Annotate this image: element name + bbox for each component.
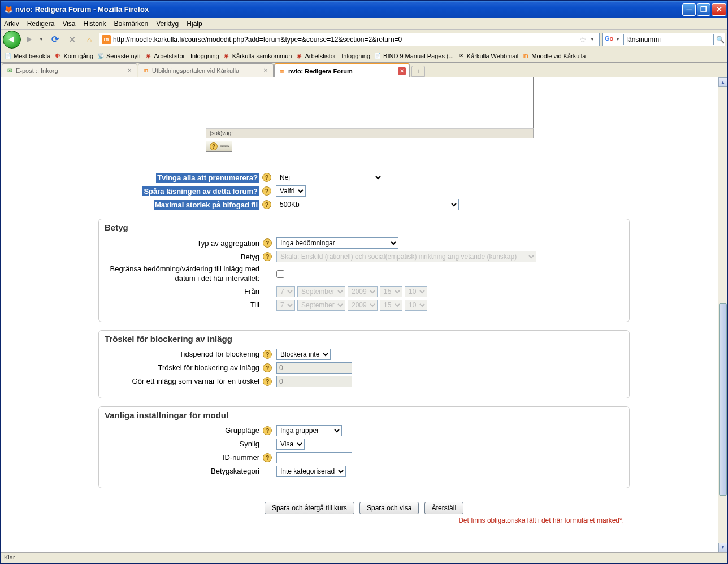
search-engine-dropdown-icon[interactable]: ▾ [617,37,619,42]
page-content: (sök)väg: ? ⌨⌨⌨ Tvinga alla att prenumer… [1,77,727,552]
scroll-up-icon[interactable]: ▲ [718,77,727,87]
tab-close-icon[interactable]: ✕ [398,67,406,75]
bookmark-webbmail[interactable]: ✉Kårkulla Webbmail [457,52,519,60]
help-icon[interactable]: ? [263,426,272,435]
bookmark-arbetslistor-1[interactable]: ◉Arbetslistor - Inloggning [144,52,219,60]
history-dropdown-icon[interactable]: ▼ [39,37,44,42]
track-select[interactable]: Valfri [276,185,306,197]
visible-select[interactable]: Visa [276,439,305,450]
help-icon[interactable]: ? [263,377,272,386]
id-label: ID-nummer [99,453,263,462]
tab-utbildning[interactable]: m Utbildningsportalen vid Kårkulla ✕ [138,63,274,77]
menu-arkiv[interactable]: AArkivrkiv [4,20,19,28]
editor-statusbar: (sök)väg: [206,128,534,138]
tab-epost[interactable]: ✉ E-post :: Inkorg ✕ [2,63,137,77]
firefox-icon: 🦊 [4,5,13,14]
aggtype-select[interactable]: Inga bedömningar [276,237,398,249]
home-button[interactable]: ⌂ [84,34,94,45]
to-label: Till [99,301,263,309]
help-icon[interactable]: ? [263,252,272,261]
from-hour-select: 15 [380,286,402,297]
back-button[interactable] [3,31,21,49]
moodle-icon: m [142,67,150,75]
from-label: Från [99,287,263,296]
forward-button[interactable] [23,33,36,46]
bookmark-star-icon[interactable]: ☆ [579,35,587,44]
reload-button[interactable]: ⟳ [50,34,60,45]
to-day-select: 7 [276,300,295,311]
scrollbar-thumb[interactable] [719,303,727,496]
from-year-select: 2009 [348,286,378,297]
richtext-editor[interactable] [206,77,534,128]
scroll-down-icon[interactable]: ▼ [718,543,727,552]
menu-bokmarken[interactable]: Bokmärken [114,20,149,28]
menu-verktyg[interactable]: Verktyg [156,20,179,28]
mail-icon: ✉ [6,67,14,75]
tab-close-icon[interactable]: ✕ [262,67,270,75]
help-icon[interactable]: ? [262,186,271,196]
url-text[interactable]: http://moodle.karkulla.fi/course/modedit… [113,36,577,44]
bookmark-senaste-nytt[interactable]: 📡Senaste nytt [97,52,141,60]
id-input[interactable] [276,452,352,463]
period-select[interactable]: Blockera inte [276,349,331,360]
grade-select: Skala: Enskild (rationell) och social(em… [276,251,536,262]
maxsize-label: Maximal storlek på bifogad fil [98,201,262,209]
editor-toggle-button[interactable]: ? ⌨⌨⌨ [206,141,232,152]
bookmark-kom-igang[interactable]: 🗣Kom igång [54,52,93,60]
visible-label: Synlig [99,440,263,448]
tab-close-icon[interactable]: ✕ [125,67,133,75]
bookmarks-toolbar: 📄Mest besökta 🗣Kom igång 📡Senaste nytt ◉… [1,49,727,63]
tab-nvio-active[interactable]: m nvio: Redigera Forum ✕ [274,63,410,77]
new-tab-button[interactable]: + [411,66,425,77]
save-show-button[interactable]: Spara och visa [359,502,419,514]
url-bar[interactable]: m http://moodle.karkulla.fi/course/moded… [99,33,600,46]
subscribe-label: Tvinga alla att prenumerera? [98,173,262,182]
bookmark-mest-besokta[interactable]: 📄Mest besökta [4,52,50,60]
bookmark-arbetslistor-2[interactable]: ◉Arbetslistor - Inloggning [296,52,371,60]
groupmode-select[interactable]: Inga grupper [276,425,342,436]
vertical-scrollbar[interactable]: ▲ ▼ [718,77,727,552]
help-icon[interactable]: ? [262,200,271,209]
help-icon[interactable]: ? [263,453,272,462]
grades-legend: Betyg [99,219,629,237]
common-legend: Vanliga inställningar för modul [99,407,629,424]
url-dropdown-icon[interactable]: ▼ [590,37,595,42]
help-icon[interactable]: ? [263,350,272,359]
subscribe-select[interactable]: Nej [276,172,383,183]
help-icon[interactable]: ? [263,238,272,248]
save-return-button[interactable]: Spara och återgå till kurs [265,502,354,514]
google-icon[interactable]: Go [605,35,613,44]
threshold-label: Tröskel för blockering av inlägg [99,363,263,372]
from-day-select: 7 [276,286,295,297]
maxsize-select[interactable]: 500Kb [276,199,459,210]
window-close-button[interactable]: ✕ [712,3,726,16]
cancel-button[interactable]: Återställ [424,502,463,514]
keyboard-icon: ⌨⌨⌨ [220,144,228,150]
stop-button[interactable]: ✕ [67,34,77,45]
menu-redigera[interactable]: Redigera [27,20,55,28]
statusbar: Klar [1,552,727,563]
to-month-select: September [297,300,345,311]
menu-historik[interactable]: Historik [84,20,106,28]
moodle-icon: m [278,67,286,75]
threshold-input [276,362,352,374]
bookmark-bind9[interactable]: 📄BIND 9 Manual Pages (... [374,52,454,60]
restrict-checkbox[interactable] [276,270,284,278]
groupmode-label: Gruppläge [99,426,263,435]
block-legend: Tröskel för blockering av inlägg [99,331,629,348]
menu-hjalp[interactable]: Hjälp [187,20,202,28]
search-icon[interactable]: 🔍 [716,36,725,44]
gradecat-select[interactable]: Inte kategoriserad [276,466,346,477]
bookmark-moodle[interactable]: mMoodle vid Kårkulla [522,52,586,60]
menu-visa[interactable]: Visa [62,20,75,28]
maximize-button[interactable]: ❐ [697,3,710,16]
minimize-button[interactable]: ─ [682,3,696,16]
search-input[interactable] [623,34,714,45]
required-note: Det finns obligatoriska fält i det här f… [98,517,630,524]
help-icon[interactable]: ? [263,363,272,372]
search-bar[interactable]: Go ▾ 🔍 [602,33,725,46]
to-min-select: 10 [405,300,427,311]
help-icon[interactable]: ? [262,173,271,182]
gradecat-label: Betygskategori [99,467,263,475]
bookmark-samkommun[interactable]: ◉Kårkulla samkommun [223,52,292,60]
